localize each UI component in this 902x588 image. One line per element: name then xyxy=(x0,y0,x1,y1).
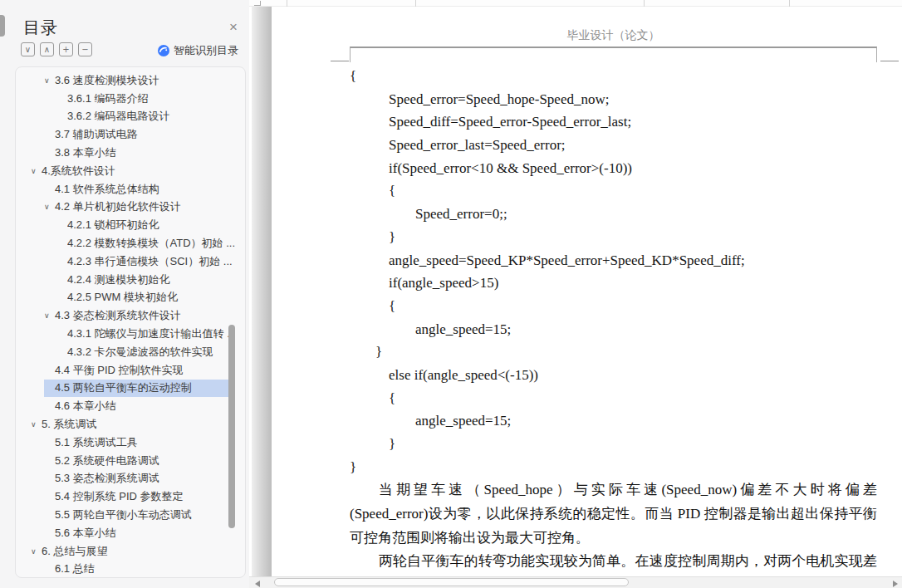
margin-mark-left xyxy=(331,61,349,61)
toc-sidebar: 目录 × ∨ ∧ + − 智能识别目录 ∨3.6 速度检测模块设计3.6.1 编… xyxy=(0,0,249,588)
toc-item-label: 3.6.2 编码器电路设计 xyxy=(67,109,170,124)
chevron-down-icon[interactable]: ∨ xyxy=(44,76,55,85)
code-line: { xyxy=(350,179,877,203)
toc-item-label: 5.2 系统硬件电路调试 xyxy=(55,453,159,468)
code-line: angle_speed=15; xyxy=(350,318,877,341)
expand-node-button[interactable]: + xyxy=(59,42,73,56)
toc-toolbar: ∨ ∧ + − xyxy=(21,42,92,56)
panel-handle[interactable] xyxy=(0,15,5,37)
toc-item[interactable]: ∨4.3 姿态检测系统软件设计 xyxy=(44,306,235,325)
scroll-right-icon[interactable] xyxy=(893,581,898,587)
toc-item[interactable]: ∨4.6 本章小结 xyxy=(44,397,235,415)
collapse-node-button[interactable]: − xyxy=(78,42,92,56)
page-edge-shadow xyxy=(252,7,272,576)
toc-item[interactable]: ∨6. 总结与展望 xyxy=(31,542,235,561)
margin-mark-right xyxy=(880,61,899,61)
code-line: } xyxy=(350,456,877,479)
chevron-down-icon[interactable]: ∨ xyxy=(31,167,42,175)
toc-item[interactable]: ∨5.6 本章小结 xyxy=(44,524,235,542)
toc-item[interactable]: ∨4.2 单片机初始化软件设计 xyxy=(44,198,235,217)
toc-item[interactable]: ∨4.5 两轮自平衡车的运动控制 xyxy=(44,380,235,398)
ruler-tick xyxy=(789,0,790,7)
code-line: angle_speed=Speed_KP*Speed_error+Speed_K… xyxy=(350,249,877,272)
toc-item-label: 6.1 总结 xyxy=(55,561,95,576)
expand-all-button[interactable]: ∨ xyxy=(21,42,35,56)
chevron-down-icon[interactable]: ∨ xyxy=(31,420,42,429)
ruler-tick xyxy=(287,0,287,7)
smart-toc-button[interactable]: 智能识别目录 xyxy=(158,43,238,58)
toc-item[interactable]: ∨5.2 系统硬件电路调试 xyxy=(44,452,235,470)
toc-item-label: 5.3 姿态检测系统调试 xyxy=(55,471,159,486)
code-line: Speed_error=0;; xyxy=(350,203,877,226)
toc-item[interactable]: 4.3.1 陀螺仪与加速度计输出值转 ... xyxy=(67,325,235,343)
toc-item-label: 4.5 两轮自平衡车的运动控制 xyxy=(55,380,192,395)
toc-item[interactable]: 3.6.2 编码器电路设计 xyxy=(67,108,235,126)
toc-item[interactable]: ∨5.3 姿态检测系统调试 xyxy=(44,470,235,488)
top-ruler-strip xyxy=(249,0,902,7)
toc-item-label: 4.2.3 串行通信模块（SCI）初始 ... xyxy=(67,254,233,269)
toc-item-label: 3.6.1 编码器介绍 xyxy=(67,91,149,106)
toc-item[interactable]: ∨5. 系统调试 xyxy=(31,415,235,434)
toc-item-label: 4.3.2 卡尔曼滤波器的软件实现 xyxy=(67,345,213,360)
code-block: {Speed_error=Speed_hope-Speed_now;Speed_… xyxy=(350,65,877,478)
toc-item[interactable]: ∨3.8 本章小结 xyxy=(44,144,235,162)
toc-item-label: 4.系统软件设计 xyxy=(42,164,115,179)
paragraph: 当期望车速（Speed_hope）与实际车速(Speed_now)偏差不大时将偏… xyxy=(350,478,877,550)
toc-item-label: 3.7 辅助调试电路 xyxy=(55,127,138,142)
toc-scrollbar[interactable] xyxy=(228,325,235,528)
toc-item[interactable]: 3.6.1 编码器介绍 xyxy=(67,90,235,108)
scroll-left-icon[interactable] xyxy=(255,581,260,587)
toc-item[interactable]: 4.2.1 锁相环初始化 xyxy=(67,216,235,234)
toc-item-label: 5.5 两轮自平衡小车动态调试 xyxy=(55,507,192,522)
toc-item[interactable]: 4.2.3 串行通信模块（SCI）初始 ... xyxy=(67,252,235,271)
smart-toc-label: 智能识别目录 xyxy=(174,43,238,58)
toc-item[interactable]: ∨5.5 两轮自平衡小车动态调试 xyxy=(44,506,235,524)
toc-item-label: 4.4 平衡 PID 控制软件实现 xyxy=(55,363,184,378)
toc-item[interactable]: 4.2.2 模数转换模块（ATD）初始 ... xyxy=(67,234,235,252)
collapse-all-button[interactable]: ∧ xyxy=(40,42,54,56)
ruler-tick xyxy=(415,0,416,7)
code-line: if(angle_speed>15) xyxy=(350,272,877,295)
toc-item[interactable]: 4.2.4 测速模块初始化 xyxy=(67,271,235,289)
hscroll-thumb[interactable] xyxy=(274,578,629,586)
toc-item[interactable]: 4.2.5 PWM 模块初始化 xyxy=(67,289,235,307)
page-header-title: 毕业设计（论文） xyxy=(350,28,877,43)
toc-item-label: 5.1 系统调试工具 xyxy=(55,435,138,450)
chevron-down-icon[interactable]: ∨ xyxy=(44,311,55,320)
toc-item-label: 5.4 控制系统 PID 参数整定 xyxy=(55,489,184,504)
code-line: } xyxy=(350,433,877,456)
toc-item[interactable]: ∨5.1 系统调试工具 xyxy=(44,434,235,452)
chevron-down-icon[interactable]: ∨ xyxy=(44,203,55,211)
toc-item-label: 4.3.1 陀螺仪与加速度计输出值转 ... xyxy=(67,326,235,341)
toc-item[interactable]: ∨3.6 速度检测模块设计 xyxy=(44,71,235,90)
code-line: Speed_diff=Speed_error-Speed_error_last; xyxy=(350,110,877,134)
toc-item[interactable]: ∨3.7 辅助调试电路 xyxy=(44,125,235,144)
horizontal-scrollbar[interactable] xyxy=(249,576,902,588)
chevron-down-icon[interactable]: ∨ xyxy=(31,547,42,556)
code-line: Speed_error_last=Speed_error; xyxy=(350,134,877,157)
toc-item[interactable]: ∨6.1 总结 xyxy=(44,561,235,578)
code-line: { xyxy=(350,295,877,318)
toc-item[interactable]: ∨5.4 控制系统 PID 参数整定 xyxy=(44,488,235,506)
toc-container: ∨3.6 速度检测模块设计3.6.1 编码器介绍3.6.2 编码器电路设计∨3.… xyxy=(15,66,246,578)
toc-item-label: 4.3 姿态检测系统软件设计 xyxy=(55,308,181,323)
toc-item-label: 5. 系统调试 xyxy=(42,417,96,432)
toc-item-label: 3.6 速度检测模块设计 xyxy=(55,73,159,88)
header-rule xyxy=(350,47,877,62)
body-paragraphs: 当期望车速（Speed_hope）与实际车速(Speed_now)偏差不大时将偏… xyxy=(350,478,877,588)
toc-item-label: 4.2.4 测速模块初始化 xyxy=(67,272,170,287)
toc-item[interactable]: 4.3.2 卡尔曼滤波器的软件实现 xyxy=(67,343,235,361)
code-line: { xyxy=(350,387,877,410)
toc-item-label: 3.8 本章小结 xyxy=(55,145,116,160)
code-line: } xyxy=(350,226,877,249)
code-line: } xyxy=(350,341,877,364)
toc-item-label: 4.6 本章小结 xyxy=(55,399,116,414)
toc-item-label: 4.2.5 PWM 模块初始化 xyxy=(67,290,178,305)
toc-item[interactable]: ∨4.系统软件设计 xyxy=(31,162,235,180)
toc-item-label: 5.6 本章小结 xyxy=(55,526,116,541)
code-line: angle_speed=15; xyxy=(350,409,877,433)
toc-item[interactable]: ∨4.1 软件系统总体结构 xyxy=(44,180,235,198)
close-icon[interactable]: × xyxy=(229,20,238,34)
code-line: { xyxy=(350,65,877,88)
toc-item[interactable]: ∨4.4 平衡 PID 控制软件实现 xyxy=(44,361,235,380)
